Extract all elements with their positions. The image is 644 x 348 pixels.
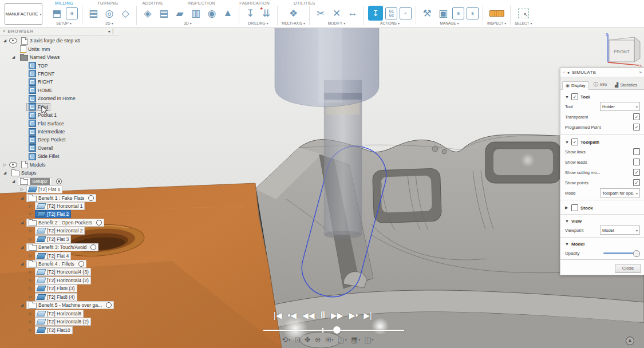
tree-row[interactable]: ▷[T2] Horizontal8 (2) — [0, 318, 119, 326]
tree-row[interactable]: ◢Benefit 5 - Machine over ga... — [0, 301, 119, 309]
timeline-handle[interactable] — [333, 326, 341, 334]
tree-row[interactable]: ▷[T2] Flat8 (3) — [0, 284, 119, 292]
drill-icon[interactable]: ↧ — [243, 6, 257, 20]
section-checkbox[interactable]: ✓ — [571, 93, 578, 100]
tree-row[interactable]: Side Fillet — [0, 152, 119, 160]
browser-header[interactable]: « BROWSER ● ▏ — [0, 27, 119, 35]
tree-row[interactable]: TOP — [0, 61, 119, 69]
tree-row[interactable]: Zoomed In Home — [0, 94, 119, 102]
tree-row[interactable]: ▷[T2] Flat 1 — [0, 185, 119, 193]
2d-contour-icon[interactable]: ◎ — [102, 6, 116, 20]
measure-icon[interactable] — [489, 10, 504, 17]
ribbon-group-label-select[interactable]: SELECT▾ — [515, 21, 532, 25]
tree-row[interactable]: ◢3 axis forge die step v3 — [0, 37, 119, 45]
simulation-timeline[interactable] — [263, 326, 404, 334]
expanded-icon[interactable]: ◢ — [11, 179, 16, 184]
display-settings-icon[interactable]: ▢▾ — [338, 335, 347, 344]
step-forward-button[interactable]: ▶▶ — [331, 310, 343, 321]
tree-row[interactable]: ▷[T2] Flat 4 — [0, 251, 119, 259]
section-header-stock[interactable]: ▶Stock — [560, 202, 644, 212]
collapsed-icon[interactable]: ▷ — [28, 254, 33, 258]
workspace-switcher[interactable]: MANUFACTURE ▾ — [5, 3, 42, 25]
tree-row[interactable]: ◢Setups — [0, 169, 119, 177]
section-header-view[interactable]: ▼View — [560, 216, 644, 225]
tree-row[interactable]: Flat Surface — [0, 119, 119, 127]
nc-program-icon[interactable]: G — [66, 7, 78, 19]
notification-badge[interactable]: A — [626, 337, 634, 345]
checkbox-show-cutting-mo-[interactable]: ✓ — [633, 169, 640, 176]
orbit-icon[interactable]: ⟲▾ — [282, 335, 290, 344]
collapsed-icon[interactable]: ▷ — [28, 278, 33, 283]
ribbon-group-label-inspect[interactable]: INSPECT▾ — [487, 21, 506, 25]
tree-row[interactable]: HOME — [0, 86, 119, 94]
visibility-eye-icon[interactable] — [9, 38, 17, 43]
expanded-icon[interactable]: ◢ — [11, 55, 16, 60]
expanded-icon[interactable]: ◢ — [19, 220, 25, 225]
browser-options-icon[interactable]: ● — [108, 29, 110, 33]
look-at-icon[interactable]: ⊡ — [294, 335, 301, 344]
pan-icon[interactable]: ✥ — [305, 335, 311, 344]
viewcube[interactable]: FRONT Z X — [599, 32, 643, 68]
dropdown-viewpoint[interactable]: Model▾ — [600, 226, 640, 235]
tab-statistics[interactable]: ▟Statistics — [611, 81, 641, 89]
3d-spiral-icon[interactable]: ◉ — [205, 6, 219, 20]
go-to-start-button[interactable]: |◀ — [274, 310, 282, 321]
section-expanded-icon[interactable]: ▼ — [565, 219, 569, 223]
dropdown-mode[interactable]: Toolpath for ope...▾ — [600, 188, 640, 197]
tree-row[interactable]: ◢Benefit 3: Touch/Avoid — [0, 243, 119, 251]
new-setup-icon[interactable]: ⬒ — [50, 6, 64, 20]
previous-operation-button[interactable]: •◀ — [287, 310, 297, 321]
3d-pocket-icon[interactable]: ▤ — [157, 6, 171, 20]
tree-row[interactable]: Intermediate — [0, 128, 119, 136]
tree-row[interactable]: ▷[T2] Flat8 (4) — [0, 293, 119, 301]
visibility-eye-icon[interactable] — [9, 162, 17, 168]
collapsed-icon[interactable]: ▷ — [28, 237, 33, 242]
checkbox-show-leads[interactable] — [633, 159, 640, 165]
tree-row[interactable]: ◢Benefit 1 : Fake Flats — [0, 193, 119, 201]
operation-status-circle-icon[interactable] — [106, 302, 112, 308]
tree-row[interactable]: FRONT — [0, 70, 119, 78]
tree-row[interactable]: ▷[T2] Horizontal4 (2) — [0, 276, 119, 284]
tree-row[interactable]: Fillet — [0, 103, 119, 111]
panel-expand-icon[interactable]: » — [639, 70, 642, 75]
section-header-tool[interactable]: ▼✓Tool — [560, 91, 644, 101]
tree-row[interactable]: ◢Setup2 — [0, 177, 119, 185]
ribbon-group-label-2d[interactable]: 2D▾ — [105, 21, 113, 25]
collapsed-icon[interactable]: ▷ — [28, 228, 33, 233]
ribbon-group-label-manage[interactable]: MANAGE▾ — [440, 21, 459, 25]
collapsed-icon[interactable]: ▷ — [28, 311, 33, 316]
section-expanded-icon[interactable]: ▼ — [565, 95, 569, 99]
opacity-slider[interactable] — [603, 250, 640, 256]
operation-status-circle-icon[interactable] — [90, 244, 96, 250]
tree-row[interactable]: ◢Named Views — [0, 53, 119, 61]
simulate-panel-header[interactable]: ‹ ● SIMULATE » — [560, 68, 644, 77]
select-icon[interactable]: ↖ — [518, 9, 529, 18]
section-expanded-icon[interactable]: ▼ — [565, 140, 569, 144]
simulate-icon[interactable]: ↧ — [368, 6, 383, 21]
ribbon-group-label-multi-axis[interactable]: MULTI-AXIS▾ — [282, 21, 305, 25]
section-collapsed-icon[interactable]: ▶ — [565, 205, 569, 210]
tree-row[interactable]: ▷Models — [0, 161, 119, 169]
3d-morphed-spiral-icon[interactable]: ▲ — [221, 6, 235, 20]
ribbon-group-label-drilling[interactable]: DRILLING▾ — [248, 21, 268, 25]
2d-adaptive-icon[interactable]: ◇ — [118, 6, 132, 20]
collapsed-icon[interactable]: ▷ — [28, 212, 33, 216]
multi-drill-icon[interactable]: ⇊+ — [259, 6, 273, 20]
collapsed-icon[interactable]: ▷ — [28, 270, 33, 274]
checkbox-show-links[interactable] — [633, 148, 640, 155]
tab-info[interactable]: ⓘInfo — [590, 80, 611, 89]
tab-display[interactable]: ◉Display — [562, 81, 589, 90]
collapsed-icon[interactable]: ▷ — [28, 286, 33, 291]
panel-collapse-icon[interactable]: ‹ — [563, 70, 565, 75]
checkbox-show-points[interactable]: ✓ — [633, 179, 640, 186]
operation-status-circle-icon[interactable] — [78, 261, 84, 267]
viewports-icon[interactable]: ◫▾ — [364, 335, 373, 344]
tree-row[interactable]: Units: mm — [0, 45, 119, 53]
collapsed-icon[interactable]: ▷ — [19, 187, 25, 192]
collapsed-icon[interactable]: ▷ — [28, 204, 33, 208]
tree-row[interactable]: Overall — [0, 144, 119, 152]
setup-sheet-icon[interactable]: ≡ — [400, 7, 412, 19]
tree-row[interactable]: ▷[T2] Flat 2 — [0, 210, 119, 218]
tree-row[interactable]: ▷[T2] Horizontal4 (3) — [0, 268, 119, 276]
delete-toolpath-icon[interactable]: ✕ — [330, 6, 343, 20]
